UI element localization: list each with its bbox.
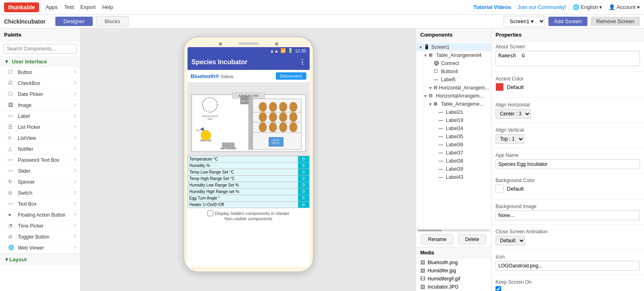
comp-textbox[interactable]: —Text Box ? — [0, 199, 80, 210]
comp-notifier[interactable]: △Notifier ? — [0, 144, 80, 155]
tree-item[interactable]: — Label34 — [416, 124, 491, 132]
keep-screen-on-checkbox[interactable] — [496, 286, 501, 291]
nav-export[interactable]: Export — [81, 4, 96, 10]
table-row: Humidity High Range set %0 — [188, 189, 309, 195]
media-panel-header: Media — [416, 247, 491, 258]
slider-help[interactable]: ? — [74, 169, 76, 174]
comp-password-textbox[interactable]: —Password Text Box ? — [0, 155, 80, 166]
tree-item[interactable]: — Label35 — [416, 132, 491, 141]
tree-label: Label21 — [446, 109, 463, 115]
comp-switch[interactable]: ◎Switch ? — [0, 188, 80, 199]
icon-section: Icon — [491, 252, 644, 273]
switch-help[interactable]: ? — [74, 191, 76, 195]
tutorial-videos-link[interactable]: Tutorial Videos — [474, 4, 511, 10]
media-item[interactable]: 🖼Incubator.JPG — [416, 283, 491, 291]
media-item[interactable]: 🖼Bluetooth.png — [416, 258, 491, 267]
language-selector[interactable]: 🌐 English ▾ — [573, 4, 603, 10]
textbox-help[interactable]: ? — [74, 202, 76, 206]
media-item[interactable]: 🖼Humidifer.jpg — [416, 267, 491, 275]
comp-label[interactable]: —Label ? — [0, 111, 80, 122]
label-help[interactable]: ? — [74, 114, 76, 119]
media-item[interactable]: 🎞Humidifergif.gif — [416, 275, 491, 283]
tree-item[interactable]: — Label19 — [416, 116, 491, 124]
spinner-help[interactable]: ? — [74, 180, 76, 185]
tree-item[interactable]: — Label5 — [416, 76, 491, 84]
toggler-button-help[interactable]: ? — [74, 235, 76, 239]
accent-color-swatch[interactable] — [496, 83, 504, 91]
nav-test[interactable]: Test — [64, 4, 74, 10]
tree-item[interactable]: — Label39 — [416, 165, 491, 173]
comp-list-picker[interactable]: ☰List Picker ? — [0, 122, 80, 133]
remove-screen-button[interactable]: Remove Screen — [591, 17, 640, 26]
community-link[interactable]: Join our Community! — [517, 4, 566, 10]
rename-button[interactable]: Rename — [421, 235, 453, 244]
comp-spinner[interactable]: ↻Spinner ? — [0, 177, 80, 188]
tree-item[interactable]: ▼ ⊟ HorizontalArrangem... — [416, 92, 491, 100]
comp-date-picker[interactable]: ☐Date Picker ? — [0, 89, 80, 100]
tree-item[interactable]: — Label37 — [416, 149, 491, 157]
comp-slider[interactable]: —Slider ? — [0, 166, 80, 177]
comp-button[interactable]: ☐Button ? — [0, 67, 80, 78]
tree-item[interactable]: — Label21 — [416, 108, 491, 116]
tab-designer[interactable]: Designer — [55, 17, 93, 26]
tree-item[interactable]: ▼ 📱 Screen1 — [416, 43, 491, 51]
add-screen-button[interactable]: Add Screen — [548, 17, 587, 26]
time-picker-help[interactable]: ? — [74, 224, 76, 228]
project-title: ChickIncubator — [4, 18, 46, 25]
fab-help[interactable]: ? — [74, 213, 76, 217]
align-vertical-select[interactable]: Top : 1 — [496, 134, 524, 144]
search-components-input[interactable] — [3, 44, 77, 54]
tree-item[interactable]: — Label36 — [416, 141, 491, 149]
comp-fab[interactable]: ●Floating Action Button ? — [0, 210, 80, 221]
tree-label: Screen1 — [431, 44, 450, 50]
comp-toggler-button[interactable]: ◎Toggler Button ? — [0, 232, 80, 243]
about-screen-input[interactable]: Ramesh G — [496, 51, 640, 66]
comp-time-picker[interactable]: ◔Time Picker ? — [0, 221, 80, 232]
account-menu[interactable]: 👤 Account ▾ — [609, 4, 640, 10]
nav-apps[interactable]: Apps — [46, 4, 58, 10]
tab-blocks[interactable]: Blocks — [96, 16, 129, 26]
listview-help[interactable]: ? — [74, 136, 76, 141]
tree-item[interactable]: ▼ ⊞ Table_Arrangement4 — [416, 51, 491, 59]
align-horizontal-select[interactable]: Center : 3 — [496, 109, 531, 119]
app-name-input[interactable] — [496, 159, 640, 169]
tree-item[interactable]: ▼ ⊟ Horizontal_Arrangem... — [416, 84, 491, 92]
accent-color-value: Default — [507, 84, 524, 90]
svg-point-16 — [289, 122, 297, 132]
background-image-input[interactable] — [496, 211, 640, 220]
comp-listview[interactable]: ≡ListView ? — [0, 133, 80, 144]
disconnect-button[interactable]: Disconnect — [276, 72, 306, 80]
delete-button[interactable]: Delete — [458, 235, 486, 244]
background-color-label: Background Color — [496, 178, 640, 183]
data-table-container[interactable]: Temperature °C0Humidity %0Temp Low Range… — [188, 156, 310, 208]
screen-selector[interactable]: Screen1 ▾ — [504, 16, 545, 27]
password-textbox-help[interactable]: ? — [74, 158, 76, 163]
date-picker-help[interactable]: ? — [74, 92, 76, 97]
tree-item[interactable]: ▼ ⊞ Table_Arrangeme... — [416, 100, 491, 108]
list-picker-help[interactable]: ? — [74, 125, 76, 130]
button-help[interactable]: ? — [74, 70, 76, 75]
section-user-interface[interactable]: ▼ User Interface — [0, 56, 80, 67]
component-scrollbar[interactable] — [416, 228, 491, 232]
section-layout[interactable]: ▼ Layout — [0, 254, 80, 265]
date-picker-icon: ☐ — [8, 91, 15, 98]
tree-item[interactable]: — Label43 — [416, 173, 491, 181]
nav-help[interactable]: Help — [102, 4, 113, 10]
comp-image[interactable]: 🖼Image ? — [0, 100, 80, 111]
tree-item[interactable]: 🔘 Connect — [416, 59, 491, 67]
palette-header: Palette — [0, 28, 80, 41]
checkbox-help[interactable]: ? — [74, 81, 76, 86]
display-hidden-checkbox[interactable] — [207, 211, 213, 216]
comp-checkbox[interactable]: ☑CheckBox ? — [0, 78, 80, 89]
tree-item[interactable]: ☐ Button4 — [416, 67, 491, 76]
close-screen-anim-select[interactable]: Default — [496, 236, 525, 245]
notifier-help[interactable]: ? — [74, 147, 76, 152]
tree-label: Connect — [441, 61, 459, 66]
icon-input[interactable] — [496, 261, 640, 271]
background-color-swatch[interactable] — [496, 185, 504, 193]
image-help[interactable]: ? — [74, 103, 76, 108]
table-value: 0 — [298, 176, 309, 182]
comp-web-viewer[interactable]: 🌐Web Viewer ? — [0, 243, 80, 254]
tree-item[interactable]: — Label38 — [416, 157, 491, 165]
web-viewer-help[interactable]: ? — [74, 245, 76, 250]
